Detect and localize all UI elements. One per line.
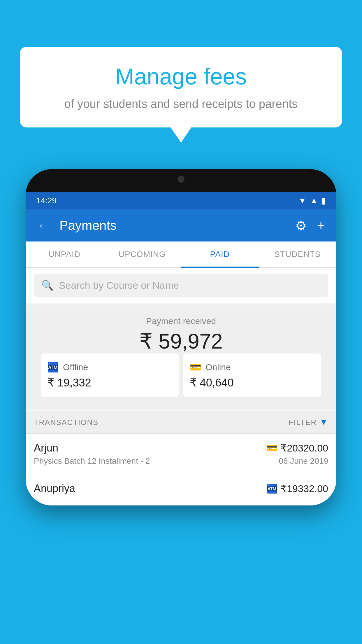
offline-label: Offline (63, 362, 88, 372)
search-bar[interactable]: 🔍 Search by Course or Name (34, 274, 328, 297)
add-button[interactable]: + (314, 215, 328, 236)
online-icon: 💳 (190, 362, 201, 373)
bubble-subtitle: of your students and send receipts to pa… (37, 96, 325, 111)
transaction-main-row: Anupriya 🏧 ₹19332.00 (34, 482, 328, 495)
transaction-name: Arjun (34, 442, 58, 454)
offline-amount: ₹ 19,332 (47, 376, 91, 389)
phone-content: 🔍 Search by Course or Name Payment recei… (26, 268, 336, 505)
transaction-row[interactable]: Arjun 💳 ₹20320.00 Physics Batch 12 Insta… (26, 434, 336, 474)
card-payment-icon: 💳 (267, 443, 277, 453)
phone-bezel (26, 169, 336, 192)
payment-total-amount: ₹ 59,972 (34, 329, 328, 354)
tab-unpaid[interactable]: UNPAID (26, 242, 103, 267)
search-icon: 🔍 (41, 279, 54, 291)
bubble-title: Manage fees (37, 64, 325, 89)
signal-icon: ▲ (310, 196, 318, 205)
filter-label: FILTER (289, 418, 317, 427)
payment-cards-row: 🏧 Offline ₹ 19,332 💳 Online ₹ 40,640 (34, 354, 328, 397)
payment-received-label: Payment received (34, 316, 328, 326)
transaction-amount: ₹20320.00 (280, 442, 328, 454)
gear-icon[interactable]: ⚙ (292, 215, 310, 236)
transaction-amount: ₹19332.00 (280, 483, 328, 494)
app-title: Payments (59, 218, 285, 233)
app-bar-actions: ⚙ + (292, 215, 328, 236)
transaction-amount-row: 🏧 ₹19332.00 (267, 483, 328, 494)
transaction-main-row: Arjun 💳 ₹20320.00 (34, 442, 328, 454)
phone-notch (155, 169, 207, 185)
transaction-name: Anupriya (34, 482, 75, 495)
phone-camera (178, 176, 184, 183)
transaction-course: Physics Batch 12 Installment - 2 (34, 456, 150, 466)
filter-button[interactable]: FILTER ▼ (289, 418, 328, 427)
tab-paid[interactable]: PAID (181, 242, 259, 267)
phone: 14:29 ▼ ▲ ▮ ← Payments ⚙ + UNPAID UPCOMI… (26, 169, 336, 505)
search-input[interactable]: Search by Course or Name (59, 280, 179, 291)
search-container: 🔍 Search by Course or Name (26, 268, 336, 303)
speech-bubble: Manage fees of your students and send re… (20, 47, 342, 127)
online-amount: ₹ 40,640 (190, 376, 234, 389)
transactions-header: TRANSACTIONS FILTER ▼ (26, 411, 336, 434)
transactions-label: TRANSACTIONS (34, 418, 99, 427)
status-icons: ▼ ▲ ▮ (298, 196, 326, 206)
cash-payment-icon: 🏧 (267, 484, 277, 494)
offline-payment-card: 🏧 Offline ₹ 19,332 (41, 354, 179, 397)
online-label: Online (205, 362, 231, 372)
online-card-header: 💳 Online (190, 362, 231, 373)
filter-icon: ▼ (320, 418, 328, 427)
wifi-icon: ▼ (298, 196, 307, 205)
transaction-sub-row: Physics Batch 12 Installment - 2 06 June… (34, 456, 328, 466)
phone-container: 14:29 ▼ ▲ ▮ ← Payments ⚙ + UNPAID UPCOMI… (26, 169, 336, 644)
offline-card-header: 🏧 Offline (47, 362, 88, 373)
transaction-amount-row: 💳 ₹20320.00 (267, 442, 328, 454)
tabs: UNPAID UPCOMING PAID STUDENTS (26, 242, 336, 268)
status-bar: 14:29 ▼ ▲ ▮ (26, 192, 336, 209)
back-button[interactable]: ← (34, 216, 52, 235)
app-bar: ← Payments ⚙ + (26, 209, 336, 242)
online-payment-card: 💳 Online ₹ 40,640 (183, 354, 321, 397)
status-time: 14:29 (36, 196, 57, 205)
transaction-row[interactable]: Anupriya 🏧 ₹19332.00 (26, 474, 336, 505)
transaction-date: 06 June 2019 (279, 456, 328, 466)
payment-received-section: Payment received ₹ 59,972 🏧 Offline ₹ 19… (26, 304, 336, 410)
battery-icon: ▮ (321, 196, 326, 206)
offline-icon: 🏧 (47, 362, 59, 373)
tab-upcoming[interactable]: UPCOMING (103, 242, 181, 267)
tab-students[interactable]: STUDENTS (259, 242, 337, 267)
